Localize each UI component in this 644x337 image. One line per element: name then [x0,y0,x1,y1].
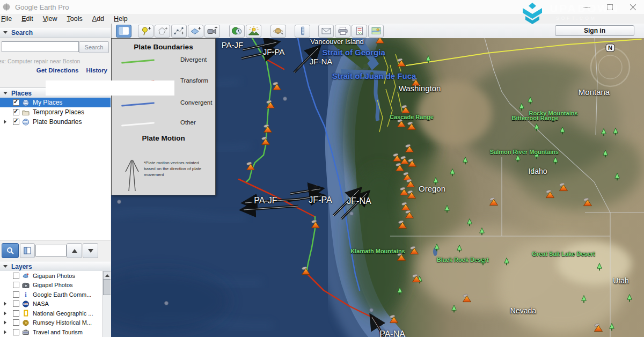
scroll-thumb[interactable] [103,279,111,295]
layers-item[interactable]: Travel and Tourism [0,327,111,337]
add-path-button[interactable] [171,25,187,38]
show-elevation-profile-button[interactable] [20,243,35,258]
search-button[interactable]: Search [79,41,109,53]
view-in-google-maps-icon [371,26,382,35]
magnifier-icon [6,246,14,255]
maximize-icon[interactable] [606,4,613,11]
map-canvas[interactable]: N Plate Boundaries DivergentTransformCon… [111,38,644,337]
menu-item-view[interactable]: View [43,15,57,23]
folder-icon [22,108,30,116]
layers-item[interactable]: Rumsey Historical M... [0,318,111,328]
places-filter-input[interactable] [35,245,67,257]
sidebar-toggle-button[interactable] [116,25,131,38]
ocean-dot [314,185,318,189]
planets-button[interactable] [270,25,286,38]
expand-arrow-icon[interactable] [2,311,8,316]
ruler-button[interactable] [295,25,310,38]
item-label: Plate Boundaries [33,118,82,126]
item-label: National Geographic ... [33,310,93,317]
visibility-checkbox[interactable] [13,310,19,317]
collapse-triangle-icon [3,31,8,34]
places-list: My PlacesTemporary PlacesPlate Boundarie… [0,98,111,240]
menu-item-help[interactable]: Help [114,15,128,23]
legend-line-sample [121,102,155,106]
plate-motion-arrow-icon [122,146,144,192]
historical-imagery-button[interactable] [229,25,245,38]
layers-item[interactable]: Gigapan Photos [0,271,111,281]
places-item[interactable]: Plate Boundaries [0,117,111,127]
places-toolbar [0,240,111,260]
search-input[interactable] [2,41,79,52]
layers-list: Gigapan PhotosGigapxl PhotosiGoogle Eart… [0,271,111,337]
places-item[interactable]: My Places [0,98,111,107]
expand-arrow-icon[interactable] [2,120,8,124]
visibility-checkbox[interactable] [13,329,19,335]
add-polygon-button[interactable] [155,25,170,38]
ruler-icon [297,26,308,35]
layers-panel-header[interactable]: Layers [0,261,111,272]
window-controls [583,0,636,14]
visibility-checkbox[interactable] [13,119,19,125]
layers-item[interactable]: iGoogle Earth Comm... [0,290,111,299]
save-image-button[interactable] [352,25,367,38]
menu-bar: FileEditViewToolsAddHelp [0,14,644,24]
move-down-button[interactable] [83,243,98,258]
menu-item-file[interactable]: File [1,15,12,23]
expand-arrow-icon[interactable] [2,302,8,306]
item-label: Rumsey Historical M... [33,319,92,326]
places-panel-title: Places [11,90,32,97]
visibility-checkbox[interactable] [13,282,19,288]
search-places-button[interactable] [2,243,19,258]
sidebar-toggle-icon [119,26,129,35]
print-button[interactable] [335,25,350,38]
layers-item[interactable]: NASANASA [0,299,111,309]
search-panel-header[interactable]: Search [0,27,111,38]
legend-entry-label: Other [180,119,196,126]
layers-item[interactable]: National Geographic ... [0,309,111,318]
minimize-icon[interactable] [583,4,590,11]
record-tour-icon [207,26,218,35]
menu-item-tools[interactable]: Tools [67,15,83,23]
save-image-icon [354,26,365,35]
scroll-up-icon[interactable] [103,271,111,280]
layers-scrollbar[interactable] [103,271,111,337]
ocean-dot [165,302,169,305]
sunlight-button[interactable] [246,25,261,38]
legend-entry-label: Divergent [180,56,207,63]
menu-item-add[interactable]: Add [92,15,104,23]
record-tour-button[interactable] [204,25,220,38]
expand-arrow-icon[interactable] [2,330,8,334]
ocean-dot [283,97,287,101]
ocean-dot [118,200,121,204]
history-link[interactable]: History [86,67,107,74]
search-hint: ex: Computer repair near Boston [0,58,80,64]
visibility-checkbox[interactable] [13,291,19,298]
add-image-overlay-button[interactable] [188,25,203,38]
plate-legend: Plate Boundaries DivergentTransformConve… [111,38,216,195]
gigapan-icon [22,272,30,280]
svg-text:N: N [608,45,612,51]
close-icon[interactable] [630,4,636,11]
menu-item-edit[interactable]: Edit [21,15,33,23]
visibility-checkbox[interactable] [13,319,19,326]
email-button[interactable] [318,25,334,38]
places-item[interactable]: Temporary Places [0,107,111,117]
email-icon [321,26,332,35]
visibility-checkbox[interactable] [13,109,19,115]
layers-item[interactable]: Gigapxl Photos [0,281,111,290]
info-icon: i [22,291,30,298]
add-placemark-button[interactable] [138,25,153,38]
move-up-button[interactable] [67,243,82,258]
legend-note: *Plate motion vectors rotated based on t… [144,160,209,178]
get-directions-link[interactable]: Get Directions [36,67,79,74]
visibility-checkbox[interactable] [13,301,19,307]
add-placemark-icon [141,26,151,35]
add-image-overlay-icon [191,26,201,35]
item-label: Gigapan Photos [33,273,75,279]
visibility-checkbox[interactable] [13,99,19,106]
sign-in-button[interactable]: Sign in [555,25,634,36]
expand-arrow-icon[interactable] [2,320,8,325]
view-in-google-maps-button[interactable] [368,25,384,38]
legend-title: Plate Boundaries [112,43,215,51]
visibility-checkbox[interactable] [13,273,19,279]
